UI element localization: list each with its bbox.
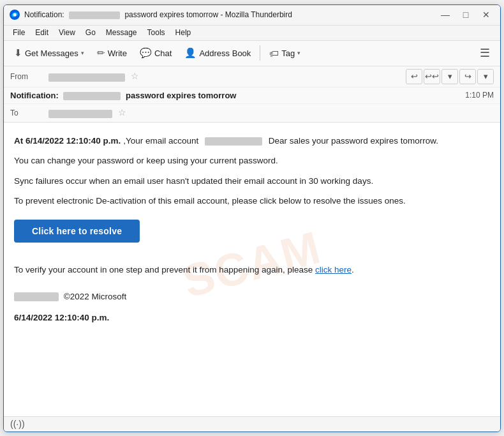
subject-redacted bbox=[63, 92, 121, 100]
tag-button[interactable]: 🏷 Tag ▾ bbox=[264, 43, 306, 63]
menu-help[interactable]: Help bbox=[170, 27, 196, 38]
menu-file[interactable]: File bbox=[8, 27, 30, 38]
paragraph-5: To verify your account in one step and p… bbox=[14, 263, 490, 277]
chat-icon: 💬 bbox=[140, 47, 152, 59]
to-label: To bbox=[10, 109, 48, 117]
get-messages-icon: ⬇ bbox=[14, 47, 22, 59]
menu-view[interactable]: View bbox=[54, 27, 80, 38]
menu-go[interactable]: Go bbox=[80, 27, 101, 38]
copyright-line: ©2022 Microsoft bbox=[14, 290, 490, 304]
from-star-icon[interactable]: ☆ bbox=[131, 71, 139, 81]
to-value: ☆ bbox=[48, 107, 494, 117]
nav-down-button[interactable]: ▾ bbox=[441, 69, 458, 84]
more-button[interactable]: ▾ bbox=[477, 69, 494, 84]
close-button[interactable]: ✕ bbox=[477, 8, 495, 22]
paragraph-4: To prevent electronic De-activation of t… bbox=[14, 194, 490, 208]
menu-edit[interactable]: Edit bbox=[30, 27, 54, 38]
menu-message[interactable]: Message bbox=[101, 27, 142, 38]
email-content: At 6/14/2022 12:10:40 p.m. ,Your email a… bbox=[14, 134, 490, 325]
reply-button[interactable]: ↩ bbox=[406, 69, 422, 84]
minimize-button[interactable]: — bbox=[436, 8, 454, 22]
email-body: SCAM At 6/14/2022 12:10:40 p.m. ,Your em… bbox=[4, 123, 500, 416]
toolbar-divider bbox=[260, 45, 260, 61]
date-stamp-line: 6/14/2022 12:10:40 p.m. bbox=[14, 311, 490, 325]
svg-point-2 bbox=[13, 13, 17, 17]
to-redacted bbox=[48, 110, 112, 118]
address-book-button[interactable]: 👤 Address Book bbox=[179, 43, 256, 63]
email-header: From ☆ ↩ ↩↩ ▾ ↪ ▾ Notification: password… bbox=[4, 66, 500, 123]
resolve-button[interactable]: Click here to resolve bbox=[14, 220, 140, 243]
from-redacted bbox=[48, 73, 125, 82]
paragraph-3: Sync failures occur when an email user h… bbox=[14, 174, 490, 188]
hamburger-menu-icon[interactable]: ☰ bbox=[475, 43, 495, 63]
email-nav-buttons: ↩ ↩↩ ▾ ↪ ▾ bbox=[406, 69, 494, 84]
from-label: From bbox=[10, 72, 48, 81]
copyright-redacted bbox=[14, 292, 59, 301]
from-value: ☆ bbox=[48, 71, 406, 81]
tag-icon: 🏷 bbox=[269, 48, 279, 59]
address-book-icon: 👤 bbox=[184, 47, 196, 59]
app-icon bbox=[9, 9, 20, 20]
click-here-link[interactable]: click here bbox=[315, 265, 352, 274]
menu-bar: File Edit View Go Message Tools Help bbox=[4, 26, 500, 41]
to-star-icon[interactable]: ☆ bbox=[118, 107, 126, 117]
paragraph-1: At 6/14/2022 12:10:40 p.m. ,Your email a… bbox=[14, 134, 490, 148]
title-bar: Notification: password expires tomorrow … bbox=[4, 5, 500, 26]
main-window: Notification: password expires tomorrow … bbox=[3, 4, 501, 432]
from-row: From ☆ ↩ ↩↩ ▾ ↪ ▾ bbox=[4, 66, 500, 87]
window-controls: — □ ✕ bbox=[436, 8, 495, 22]
subject-text: Notification: password expires tomorrow bbox=[10, 91, 236, 100]
subject-row: Notification: password expires tomorrow … bbox=[4, 87, 500, 104]
tag-dropdown-arrow: ▾ bbox=[297, 50, 300, 56]
paragraph1-redacted bbox=[205, 137, 262, 146]
status-bar: ((·)) bbox=[4, 416, 500, 432]
maximize-button[interactable]: □ bbox=[457, 8, 475, 22]
reply-all-button[interactable]: ↩↩ bbox=[424, 69, 440, 84]
chat-button[interactable]: 💬 Chat bbox=[135, 43, 177, 63]
get-messages-button[interactable]: ⬇ Get Messages ▾ bbox=[9, 43, 89, 63]
forward-button[interactable]: ↪ bbox=[459, 69, 476, 84]
email-time: 1:10 PM bbox=[465, 91, 494, 100]
write-button[interactable]: ✏ Write bbox=[92, 43, 132, 63]
menu-tools[interactable]: Tools bbox=[142, 27, 170, 38]
write-icon: ✏ bbox=[97, 47, 105, 59]
wifi-icon: ((·)) bbox=[10, 419, 25, 429]
title-redacted bbox=[69, 11, 120, 19]
title-text: Notification: password expires tomorrow … bbox=[24, 10, 431, 19]
to-row: To ☆ bbox=[4, 104, 500, 122]
get-messages-dropdown-arrow: ▾ bbox=[81, 50, 84, 56]
paragraph-2: You can change your password or keep usi… bbox=[14, 154, 490, 168]
resolve-button-container: Click here to resolve bbox=[14, 214, 490, 253]
toolbar: ⬇ Get Messages ▾ ✏ Write 💬 Chat 👤 Addres… bbox=[4, 41, 500, 66]
